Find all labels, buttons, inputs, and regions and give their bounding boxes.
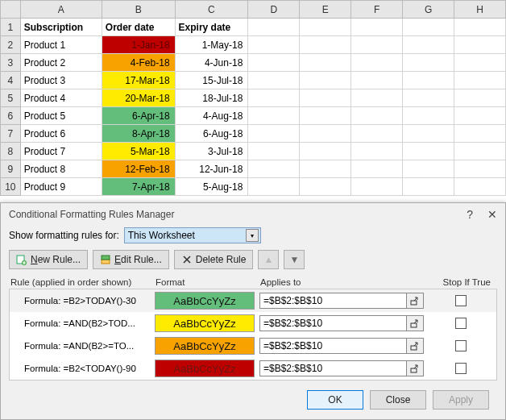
cell[interactable]: Subscription [20,19,102,36]
col-header-E[interactable]: E [300,1,351,19]
cell[interactable] [403,178,454,196]
range-selector-icon[interactable] [406,360,424,376]
cell[interactable] [300,54,351,72]
cell[interactable]: 12-Feb-18 [102,160,175,178]
cell[interactable] [300,19,351,36]
rule-row[interactable]: Formula: =AND(B2>TOD...AaBbCcYyZz [10,312,496,335]
cell[interactable]: Product 6 [20,125,102,143]
cell[interactable]: 15-Jul-18 [175,72,248,89]
row-header[interactable]: 7 [1,125,21,143]
cell[interactable] [248,72,300,89]
cell[interactable] [403,72,454,89]
new-rule-button[interactable]: New Rule... [9,250,88,269]
cell[interactable] [248,89,300,107]
row-header[interactable]: 9 [1,160,21,178]
cell[interactable] [454,143,506,160]
close-icon[interactable]: ✕ [487,208,497,221]
cell[interactable]: Product 1 [20,36,102,54]
cell[interactable]: 5-Mar-18 [102,143,175,160]
col-header-G[interactable]: G [403,1,454,19]
cell[interactable] [403,36,454,54]
cell[interactable] [248,107,300,125]
cell[interactable]: Product 4 [20,89,102,107]
scope-combo[interactable]: This Worksheet ▾ [124,227,261,243]
spreadsheet-grid[interactable]: ABCDEFGH1SubscriptionOrder dateExpiry da… [0,0,506,196]
row-header[interactable]: 10 [1,178,21,196]
cell[interactable] [454,125,506,143]
applies-to-input[interactable] [259,360,406,376]
cell[interactable] [454,107,506,125]
row-header[interactable]: 2 [1,36,21,54]
cell[interactable] [403,107,454,125]
cell[interactable] [403,125,454,143]
col-header-D[interactable]: D [248,1,300,19]
col-header-H[interactable]: H [454,1,506,19]
cell[interactable] [351,107,403,125]
help-icon[interactable]: ? [467,208,473,221]
cell[interactable]: 4-Aug-18 [175,107,248,125]
cell[interactable]: 4-Feb-18 [102,54,175,72]
applies-to-input[interactable] [259,338,406,354]
cell[interactable] [248,36,300,54]
row-header[interactable]: 6 [1,107,21,125]
delete-rule-button[interactable]: Delete Rule [174,250,254,269]
rule-row[interactable]: Formula: =B2>TODAY()-30AaBbCcYyZz [10,289,496,312]
row-header[interactable]: 8 [1,143,21,160]
cell[interactable]: 6-Aug-18 [175,125,248,143]
cell[interactable] [351,89,403,107]
col-header-F[interactable]: F [351,1,403,19]
cell[interactable] [454,72,506,89]
cell[interactable]: Product 7 [20,143,102,160]
stop-if-true-checkbox[interactable] [455,295,467,306]
cell[interactable]: 1-Jan-18 [102,36,175,54]
cell[interactable] [300,36,351,54]
move-up-button[interactable]: ▲ [258,250,279,269]
row-header[interactable]: 5 [1,89,21,107]
applies-to-input[interactable] [259,293,406,309]
cell[interactable] [300,72,351,89]
edit-rule-button[interactable]: Edit Rule... [93,250,169,269]
cell[interactable]: 20-Mar-18 [102,89,175,107]
cell[interactable] [351,160,403,178]
cell[interactable] [454,160,506,178]
cell[interactable] [248,125,300,143]
ok-button[interactable]: OK [307,390,363,410]
cell[interactable] [248,160,300,178]
applies-to-input[interactable] [259,315,406,331]
cell[interactable] [351,36,403,54]
cell[interactable]: 7-Apr-18 [102,178,175,196]
cell[interactable] [403,19,454,36]
cell[interactable] [248,19,300,36]
row-header[interactable]: 4 [1,72,21,89]
col-header-C[interactable]: C [175,1,248,19]
select-all-corner[interactable] [1,1,21,19]
stop-if-true-checkbox[interactable] [455,318,467,329]
rules-list[interactable]: Formula: =B2>TODAY()-30AaBbCcYyZzFormula… [9,289,497,380]
cell[interactable]: Product 9 [20,178,102,196]
cell[interactable]: 5-Aug-18 [175,178,248,196]
move-down-button[interactable]: ▼ [284,250,305,269]
cell[interactable] [300,125,351,143]
cell[interactable]: Product 3 [20,72,102,89]
col-header-A[interactable]: A [20,1,102,19]
cell[interactable]: Product 8 [20,160,102,178]
cell[interactable] [351,143,403,160]
cell[interactable] [351,178,403,196]
cell[interactable] [403,89,454,107]
cell[interactable] [351,19,403,36]
cell[interactable] [454,19,506,36]
range-selector-icon[interactable] [406,338,424,354]
row-header[interactable]: 3 [1,54,21,72]
cell[interactable] [248,178,300,196]
apply-button[interactable]: Apply [433,390,489,410]
cell[interactable] [248,143,300,160]
range-selector-icon[interactable] [406,315,424,331]
close-button[interactable]: Close [370,390,426,410]
cell[interactable] [454,36,506,54]
cell[interactable] [403,54,454,72]
rule-row[interactable]: Formula: =AND(B2>=TO...AaBbCcYyZz [10,335,496,357]
stop-if-true-checkbox[interactable] [455,363,467,374]
cell[interactable]: 1-May-18 [175,36,248,54]
cell[interactable]: 8-Apr-18 [102,125,175,143]
cell[interactable]: 17-Mar-18 [102,72,175,89]
